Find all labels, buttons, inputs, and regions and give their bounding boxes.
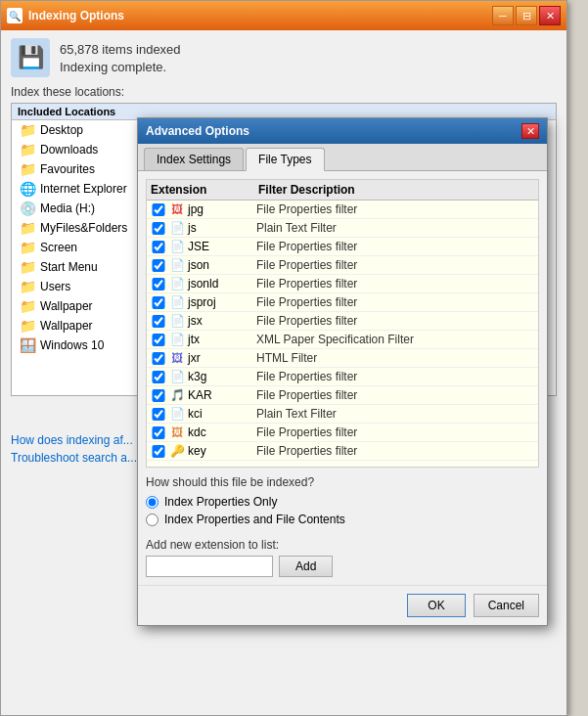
- ext-label: jsx: [188, 314, 256, 328]
- location-name: Wallpaper: [40, 299, 93, 313]
- ext-label: kci: [188, 407, 256, 421]
- radio-index-contents[interactable]: Index Properties and File Contents: [146, 511, 539, 528]
- table-row: 📄 kci Plain Text Filter: [147, 405, 538, 424]
- troubleshoot-link[interactable]: Troubleshoot search a...: [11, 451, 137, 465]
- table-row: 📄 jsonld File Properties filter: [147, 275, 538, 293]
- adv-footer: OK Cancel: [138, 585, 547, 625]
- folder-icon: 💿: [20, 201, 36, 216]
- status-text-area: 65,878 items indexed Indexing complete.: [60, 42, 181, 74]
- tab-file-types[interactable]: File Types: [246, 148, 324, 171]
- desc-label: File Properties filter: [256, 277, 534, 291]
- file-icon-jxr: 🖼: [168, 350, 186, 366]
- ext-checkbox-jse[interactable]: [151, 241, 166, 253]
- close-button[interactable]: ✕: [539, 6, 561, 25]
- desc-label: Plain Text Filter: [256, 221, 534, 235]
- ok-button[interactable]: OK: [407, 594, 465, 617]
- ext-checkbox-jxr[interactable]: [151, 352, 166, 365]
- location-name: MyFiles&Folders: [40, 221, 127, 235]
- restore-button[interactable]: ⊟: [516, 6, 537, 25]
- radio-index-contents-input[interactable]: [146, 514, 158, 526]
- add-extension-area: Add new extension to list: Add: [146, 532, 539, 577]
- ext-checkbox-jpg[interactable]: [151, 203, 166, 216]
- status-complete: Indexing complete.: [60, 60, 181, 74]
- tab-index-settings[interactable]: Index Settings: [144, 148, 244, 170]
- indexing-options-label: How should this file be indexed?: [146, 475, 539, 489]
- minimize-button[interactable]: ─: [492, 6, 514, 25]
- table-row: 🖼 jpg File Properties filter: [147, 201, 538, 219]
- ext-label: jsproj: [188, 295, 256, 309]
- table-row: 📄 jtx XML Paper Specification Filter: [147, 331, 538, 349]
- ext-checkbox-k3g[interactable]: [151, 371, 166, 383]
- cancel-button[interactable]: Cancel: [474, 594, 539, 617]
- add-button[interactable]: Add: [279, 556, 333, 577]
- file-icon-jsproj: 📄: [168, 294, 186, 310]
- adv-title-bar: Advanced Options ✕: [138, 118, 547, 144]
- ext-label: KAR: [188, 388, 256, 402]
- ext-column-header: Extension: [151, 183, 258, 197]
- table-row: 📄 jsproj File Properties filter: [147, 293, 538, 312]
- folder-icon: 🌐: [20, 181, 36, 197]
- ext-checkbox-js[interactable]: [151, 222, 166, 235]
- desc-label: File Properties filter: [256, 240, 534, 253]
- file-icon-kci: 📄: [168, 406, 186, 422]
- title-bar: 🔍 Indexing Options ─ ⊟ ✕: [1, 1, 566, 30]
- file-types-header: Extension Filter Description: [147, 180, 538, 201]
- folder-icon: 📁: [20, 122, 36, 138]
- ext-label: kdc: [188, 425, 256, 439]
- radio-index-props-input[interactable]: [146, 496, 158, 509]
- radio-index-contents-label: Index Properties and File Contents: [164, 513, 345, 526]
- folder-icon: 📁: [20, 142, 36, 157]
- table-row: 🖼 jxr HTML Filter: [147, 349, 538, 368]
- ext-checkbox-jsx[interactable]: [151, 315, 166, 328]
- location-name: Internet Explorer: [40, 182, 127, 196]
- ext-label: json: [188, 258, 256, 272]
- desc-label: Plain Text Filter: [256, 407, 534, 421]
- location-name: Start Menu: [40, 260, 98, 274]
- adv-title-text: Advanced Options: [146, 124, 249, 138]
- how-does-indexing-link[interactable]: How does indexing af...: [11, 433, 133, 447]
- table-row: 📄 js Plain Text Filter: [147, 219, 538, 238]
- locations-label: Index these locations:: [1, 85, 566, 103]
- ext-checkbox-jtx[interactable]: [151, 334, 166, 346]
- ext-label: k3g: [188, 370, 256, 383]
- desc-label: File Properties filter: [256, 295, 534, 309]
- table-row: 📄 k3g File Properties filter: [147, 368, 538, 386]
- file-icon-key: 🔑: [168, 443, 186, 459]
- ext-checkbox-jsonld[interactable]: [151, 278, 166, 291]
- adv-body: Extension Filter Description 🖼 jpg File …: [138, 171, 547, 585]
- table-row: 📄 json File Properties filter: [147, 256, 538, 275]
- location-name: Users: [40, 280, 70, 293]
- file-types-table[interactable]: Extension Filter Description 🖼 jpg File …: [146, 179, 539, 468]
- ext-checkbox-kar[interactable]: [151, 389, 166, 402]
- advanced-options-dialog: Advanced Options ✕ Index Settings File T…: [137, 117, 548, 626]
- table-row: 📄 JSE File Properties filter: [147, 238, 538, 256]
- desc-label: File Properties filter: [256, 258, 534, 272]
- title-controls: ─ ⊟ ✕: [492, 6, 561, 25]
- radio-index-props[interactable]: Index Properties Only: [146, 493, 539, 511]
- file-icon-jtx: 📄: [168, 332, 186, 347]
- adv-close-button[interactable]: ✕: [521, 123, 539, 139]
- location-name: Wallpaper: [40, 319, 93, 333]
- location-name: Downloads: [40, 143, 98, 157]
- status-count: 65,878 items indexed: [60, 42, 181, 57]
- folder-icon: 📁: [20, 259, 36, 275]
- radio-index-props-label: Index Properties Only: [164, 495, 277, 509]
- desc-label: File Properties filter: [256, 425, 534, 439]
- ext-checkbox-kci[interactable]: [151, 408, 166, 421]
- status-icon: 💾: [11, 38, 50, 77]
- folder-icon: 🪟: [20, 337, 36, 353]
- file-icon-k3g: 📄: [168, 369, 186, 384]
- ext-checkbox-key[interactable]: [151, 445, 166, 458]
- file-icon-js: 📄: [168, 220, 186, 236]
- title-bar-left: 🔍 Indexing Options: [7, 8, 124, 23]
- ext-checkbox-jsproj[interactable]: [151, 296, 166, 309]
- add-ext-row: Add: [146, 556, 539, 577]
- ext-checkbox-json[interactable]: [151, 259, 166, 272]
- add-ext-input[interactable]: [146, 556, 273, 577]
- file-icon-kar: 🎵: [168, 387, 186, 403]
- ext-label: jpg: [188, 202, 256, 216]
- location-name: Desktop: [40, 123, 83, 137]
- ext-checkbox-kdc[interactable]: [151, 426, 166, 439]
- ext-label: key: [188, 444, 256, 458]
- desc-column-header: Filter Description: [258, 183, 534, 197]
